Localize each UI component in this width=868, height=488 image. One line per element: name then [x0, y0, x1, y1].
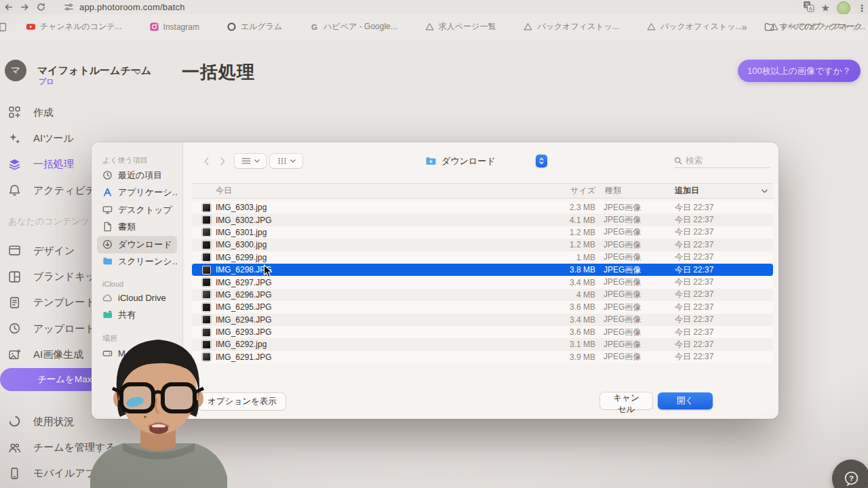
dialog-sidebar-item-clock[interactable]: 最近の項目 — [97, 167, 177, 184]
reload-icon[interactable] — [33, 1, 49, 14]
bookmark-item[interactable]: チャンネルのコンテ... — [26, 21, 122, 33]
file-row[interactable]: IMG_6292.jpg3.1 MBJPEG画像今日 22:37 — [192, 338, 773, 350]
translate-icon[interactable]: 文A — [803, 1, 814, 15]
forward-icon[interactable] — [16, 1, 33, 14]
triangle-icon — [425, 22, 435, 32]
dialog-sidebar-item-cloud[interactable]: iCloud Drive — [97, 289, 177, 307]
bookmark-item[interactable]: Gハピペア - Google... — [309, 21, 397, 33]
file-size: 3.6 MB — [542, 327, 604, 337]
help-button[interactable]: ? — [832, 460, 868, 488]
file-kind: JPEG画像 — [604, 251, 675, 263]
bookmark-item[interactable]: バックオフィストッ... — [523, 21, 619, 33]
column-kind[interactable]: 種類 — [604, 185, 675, 197]
file-row[interactable]: IMG_6301.jpg1.2 MBJPEG画像今日 22:37 — [192, 226, 773, 239]
dialog-sidebar-item-label: ダウンロード — [118, 239, 172, 251]
all-bookmarks-button[interactable]: すべてのブックマーク — [764, 21, 863, 33]
url-text[interactable]: app.photoroom.com/batch — [79, 2, 185, 12]
side-panel-icon[interactable] — [0, 22, 7, 33]
file-row[interactable]: IMG_6294.JPG3.4 MBJPEG画像今日 22:37 — [192, 314, 773, 326]
chevron-down-icon[interactable] — [134, 66, 141, 78]
dialog-toolbar: ダウンロード — [183, 151, 778, 171]
ring-icon — [226, 22, 237, 32]
design-icon — [8, 244, 22, 258]
doc-icon — [102, 222, 113, 232]
search-field[interactable] — [674, 153, 770, 168]
file-row[interactable]: IMG_6300.jpg1.2 MBJPEG画像今日 22:37 — [192, 239, 773, 251]
file-date-added: 今日 22:37 — [675, 214, 773, 226]
open-button[interactable]: 開く — [658, 392, 713, 409]
column-today[interactable]: 今日 — [192, 185, 542, 197]
all-bookmarks-label: すべてのブックマーク — [779, 21, 863, 33]
file-size: 3.8 MB — [542, 265, 604, 274]
content-section-header: あなたのコンテンツ — [8, 216, 90, 228]
group-view-button[interactable] — [270, 154, 302, 168]
browser-menu-icon[interactable]: ⋮ — [857, 3, 867, 14]
dialog-footer: オプションを表示 キャンセル 開く — [183, 384, 778, 419]
dialog-forward-icon[interactable] — [216, 154, 229, 169]
bookmark-item[interactable]: Instagram — [149, 22, 199, 32]
dialog-sidebar-item-download[interactable]: ダウンロード — [97, 236, 177, 253]
dialog-sidebar-item-label: スクリーンシ… — [118, 256, 177, 268]
file-row[interactable]: IMG_6291.JPG3.9 MBJPEG画像今日 22:37 — [192, 351, 773, 363]
dialog-sidebar-item-shared-folder[interactable]: 共有 — [97, 307, 177, 325]
file-date-added: 今日 22:37 — [675, 289, 773, 300]
bookmark-label: エルグラム — [241, 21, 282, 33]
page-title: 一括処理 — [182, 60, 255, 84]
dialog-sidebar-item-label: アプリケーシ… — [118, 186, 177, 199]
file-thumbnail-icon — [202, 315, 211, 324]
dialog-back-icon[interactable] — [200, 154, 214, 169]
bookmark-label: バックオフィストッ... — [537, 21, 619, 33]
bookmarks-overflow-icon[interactable]: » — [742, 22, 747, 33]
browser-profile-avatar[interactable] — [837, 1, 850, 15]
file-row[interactable]: IMG_6297.JPG3.4 MBJPEG画像今日 22:37 — [192, 276, 773, 288]
file-size: 4 MB — [542, 290, 604, 300]
stepper-icon[interactable] — [536, 155, 547, 167]
back-icon[interactable] — [0, 1, 16, 14]
column-date-added[interactable]: 追加日 — [675, 185, 773, 197]
team-avatar[interactable]: マ — [5, 60, 26, 81]
bookmark-item[interactable]: 求人ページ一覧 — [425, 21, 496, 33]
bookmark-item[interactable]: エルグラム — [226, 21, 282, 33]
file-thumbnail-icon — [202, 228, 211, 237]
dialog-sidebar-header: iCloud — [97, 277, 177, 289]
dialog-sidebar-item-app-a[interactable]: アプリケーシ… — [97, 184, 177, 202]
bookmark-item[interactable]: バックオフィストッ... — [646, 21, 743, 33]
site-settings-icon[interactable] — [64, 2, 74, 12]
bookmark-label: ハピペア - Google... — [323, 21, 397, 33]
file-kind: JPEG画像 — [604, 277, 675, 288]
bookmarks-bar: チャンネルのコンテ...InstagramエルグラムGハピペア - Google… — [0, 14, 868, 39]
file-thumbnail-icon — [202, 303, 211, 312]
file-name: IMG_6294.JPG — [216, 315, 272, 325]
bookmark-star-icon[interactable]: ★ — [821, 3, 830, 13]
folder-dropdown[interactable]: ダウンロード — [417, 152, 550, 169]
file-kind: JPEG画像 — [604, 214, 675, 226]
brand-kit-icon — [8, 270, 22, 284]
file-row[interactable]: IMG_6293.JPG3.6 MBJPEG画像今日 22:37 — [192, 326, 773, 338]
file-size: 1 MB — [542, 253, 604, 262]
file-kind: JPEG画像 — [604, 239, 675, 251]
file-row[interactable]: IMG_6302.JPG4.1 MBJPEG画像今日 22:37 — [192, 214, 773, 226]
uploads-icon — [8, 322, 22, 336]
search-input[interactable] — [686, 156, 770, 165]
file-thumbnail-icon — [202, 278, 211, 287]
file-name: IMG_6296.JPG — [216, 290, 272, 300]
file-row[interactable]: IMG_6303.jpg2.3 MBJPEG画像今日 22:37 — [192, 201, 773, 214]
file-kind: JPEG画像 — [604, 289, 675, 300]
dialog-sidebar-item-doc[interactable]: 書類 — [97, 219, 177, 237]
mobile-icon — [8, 467, 22, 481]
cancel-button[interactable]: キャンセル — [600, 392, 652, 409]
sort-chevron-icon — [762, 189, 768, 193]
file-row[interactable]: IMG_6296.JPG4 MBJPEG画像今日 22:37 — [192, 289, 773, 301]
column-size[interactable]: サイズ — [542, 185, 604, 197]
dialog-sidebar-item-folder[interactable]: スクリーンシ… — [97, 253, 177, 271]
list-view-button[interactable] — [235, 154, 266, 168]
sidebar-item-create[interactable]: 作成 — [8, 100, 167, 125]
file-row[interactable]: IMG_6299.jpg1 MBJPEG画像今日 22:37 — [192, 251, 773, 264]
file-row[interactable]: IMG_6295.JPG3.6 MBJPEG画像今日 22:37 — [192, 301, 773, 313]
file-row[interactable]: IMG_6298.JPG3.8 MBJPEG画像今日 22:37 — [192, 264, 773, 276]
file-size: 1.2 MB — [542, 228, 604, 237]
dialog-sidebar-item-desktop[interactable]: デスクトップ — [97, 201, 177, 219]
file-kind: JPEG画像 — [604, 264, 675, 276]
desktop-icon — [102, 205, 113, 216]
promo-button[interactable]: 100枚以上の画像ですか？ — [738, 60, 861, 82]
